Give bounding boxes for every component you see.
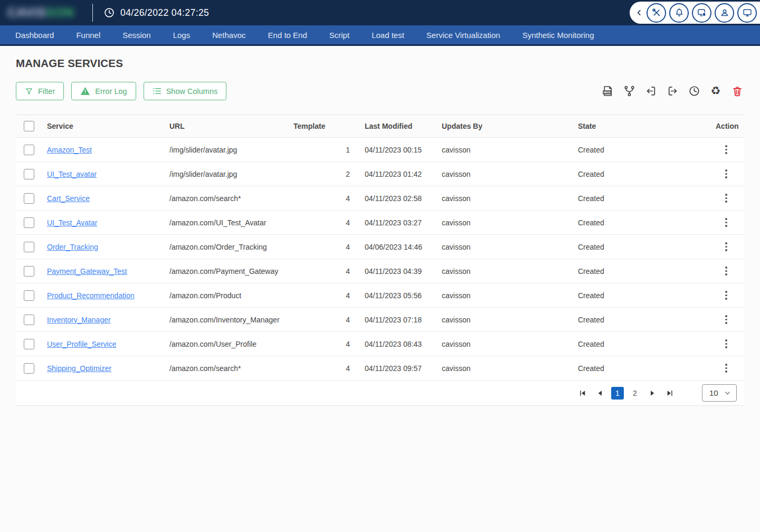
clock-icon [103,7,115,18]
git-branch-icon[interactable] [622,84,636,98]
template-cell: 4 [286,364,357,373]
filter-button[interactable]: Filter [16,82,64,100]
col-header-service: Service [40,122,162,130]
row-checkbox[interactable] [24,217,34,228]
first-page-icon[interactable] [576,387,589,400]
state-cell: Created [571,340,708,348]
main-navigation: Dashboard Funnel Session Logs Nethavoc E… [0,25,760,46]
updates-by-cell: cavisson [434,194,571,203]
brand-logo[interactable]: CAVISSON [0,0,92,25]
table-row: User_Profile_Service /amazon.com/User_Pr… [16,332,744,356]
row-checkbox[interactable] [24,266,34,277]
col-header-updates-by: Updates By [434,122,571,130]
row-action-menu-icon[interactable] [708,169,744,179]
history-clock-icon[interactable] [687,84,701,98]
service-link[interactable]: User_Profile_Service [47,340,117,348]
header-divider [92,4,93,22]
row-checkbox[interactable] [24,242,34,252]
service-link[interactable]: Shipping_Optimizer [47,364,111,373]
service-link[interactable]: UI_Test_avatar [47,170,97,178]
tray-collapse-chevron-icon[interactable] [635,3,643,23]
page-size-value: 10 [709,388,718,397]
show-columns-button[interactable]: Show Columns [144,82,227,100]
table-row: Product_Recommendation /amazon.com/Produ… [16,283,744,308]
url-cell: /amazon.com/Order_Tracking [162,243,286,251]
updates-by-cell: cavisson [434,146,571,154]
nav-item-nethavoc[interactable]: Nethavoc [201,25,256,44]
nav-item-logs[interactable]: Logs [162,25,202,44]
select-all-checkbox[interactable] [24,121,34,131]
row-checkbox[interactable] [24,193,34,204]
row-action-menu-icon[interactable] [708,339,744,349]
row-checkbox[interactable] [24,290,34,301]
service-link[interactable]: UI_Test_Avatar [47,218,97,227]
row-action-menu-icon[interactable] [708,290,744,300]
table-row: Inventory_Manager /amazon.com/Inventory_… [16,308,744,332]
page-number-2[interactable]: 2 [629,387,641,400]
updates-by-cell: cavisson [434,291,571,300]
url-cell: /amazon.com/search* [162,194,286,203]
row-action-menu-icon[interactable] [708,266,744,276]
row-action-menu-icon[interactable] [708,145,744,155]
state-cell: Created [571,291,708,300]
nav-item-synthetic-monitoring[interactable]: Synthetic Monitoring [511,25,605,44]
nav-item-dashboard[interactable]: Dashboard [4,25,65,44]
display-monitor-icon[interactable] [737,3,757,23]
table-row: Shipping_Optimizer /amazon.com/search* 4… [16,356,744,381]
export-icon[interactable] [666,84,679,98]
nav-item-funnel[interactable]: Funnel [65,25,111,44]
row-checkbox[interactable] [24,169,34,179]
service-link[interactable]: Order_Tracking [47,243,98,251]
service-link[interactable]: Cart_Service [47,194,90,203]
last-modified-cell: 04/11/2023 03:27 [357,218,434,227]
previous-page-icon[interactable] [594,387,606,400]
service-link[interactable]: Amazon_Test [47,146,92,154]
nav-item-script[interactable]: Script [318,25,360,44]
service-link[interactable]: Payment_Gateway_Test [47,267,127,276]
row-checkbox[interactable] [24,145,34,155]
import-icon[interactable] [644,84,658,98]
next-page-icon[interactable] [646,387,659,400]
recycle-icon[interactable]: ♻ [709,84,723,98]
row-action-menu-icon[interactable] [708,315,744,325]
row-action-menu-icon[interactable] [708,242,744,252]
nav-item-session[interactable]: Session [111,25,162,44]
template-cell: 4 [286,340,357,348]
row-checkbox[interactable] [24,363,34,374]
nav-item-load-test[interactable]: Load test [360,25,415,44]
col-header-url: URL [162,122,286,130]
template-cell: 4 [286,194,357,203]
row-action-menu-icon[interactable] [708,363,744,373]
services-table: Service URL Template Last Modified Updat… [16,115,744,406]
service-link[interactable]: Product_Recommendation [47,291,135,300]
row-action-menu-icon[interactable] [708,217,744,227]
col-header-action: Action [708,122,744,130]
row-action-menu-icon[interactable] [708,193,744,203]
last-modified-cell: 04/11/2023 01:42 [357,170,434,178]
log-report-icon[interactable]: LOG [601,84,614,98]
last-modified-cell: 04/06/2023 14:46 [357,243,434,251]
service-link[interactable]: Inventory_Manager [47,316,111,324]
devices-icon[interactable] [692,3,711,23]
table-row: Order_Tracking /amazon.com/Order_Trackin… [16,235,744,259]
row-checkbox[interactable] [24,315,34,325]
delete-trash-icon[interactable] [730,84,744,98]
row-checkbox[interactable] [24,339,34,349]
updates-by-cell: cavisson [434,243,571,251]
page-size-select[interactable]: 10 [702,384,737,402]
svg-text:LOG: LOG [604,91,610,94]
nav-item-end-to-end[interactable]: End to End [257,25,318,44]
url-cell: /amazon.com/search* [162,364,286,373]
nav-item-service-virtualization[interactable]: Service Virtualization [415,25,511,44]
error-log-button[interactable]: Error Log [71,82,136,100]
account-user-icon[interactable] [715,3,734,23]
notifications-bell-icon[interactable] [669,3,689,23]
updates-by-cell: cavisson [434,218,571,227]
last-page-icon[interactable] [663,387,676,400]
page-number-1[interactable]: 1 [611,387,624,400]
col-header-template: Template [286,122,357,130]
tools-icon[interactable] [647,3,666,23]
filter-funnel-icon [25,87,33,96]
state-cell: Created [571,170,708,178]
template-cell: 4 [286,243,357,251]
